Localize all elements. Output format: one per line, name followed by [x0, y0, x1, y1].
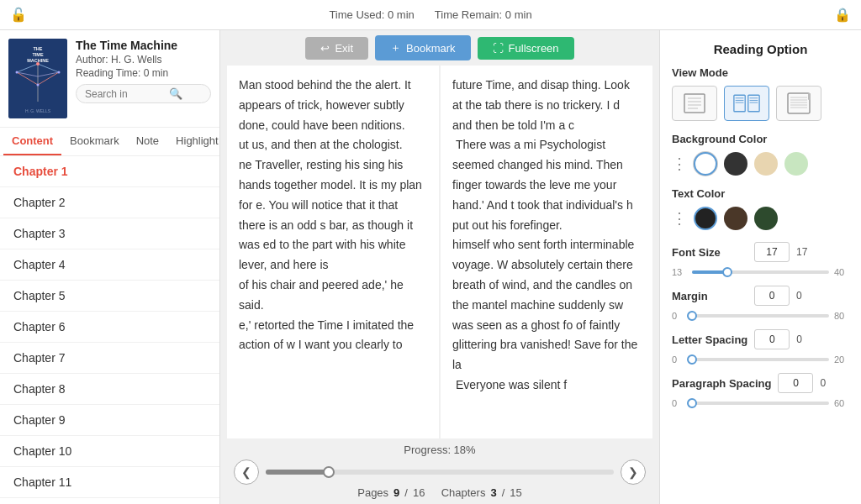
- text-color-brown[interactable]: [724, 207, 747, 230]
- list-item[interactable]: Chapter 6: [0, 312, 219, 343]
- bg-color-sepia[interactable]: [754, 152, 778, 176]
- page-text-left: Man stood behind the the alert. It appea…: [239, 78, 425, 351]
- progress-bar[interactable]: [266, 470, 614, 475]
- text-color-darkgreen[interactable]: [754, 207, 778, 230]
- letter-spacing-slider[interactable]: [692, 358, 829, 361]
- svg-point-13: [58, 71, 61, 74]
- view-mode-single[interactable]: [672, 86, 717, 121]
- chapters-label: Chapters: [441, 486, 486, 499]
- margin-slider[interactable]: [692, 314, 829, 318]
- font-size-slider-row: 13 40: [672, 267, 849, 277]
- text-color-more-icon[interactable]: ⋮: [672, 209, 687, 228]
- search-icon: 🔍: [169, 87, 182, 100]
- book-cover: THE TIME MACHINE H. G. WELLS: [8, 39, 67, 118]
- paragraph-spacing-input[interactable]: [778, 373, 813, 393]
- chapters-separator: /: [502, 486, 505, 499]
- margin-input[interactable]: [754, 286, 790, 306]
- list-item[interactable]: Chapter 12: [0, 498, 219, 504]
- letter-spacing-thumb: [687, 354, 697, 365]
- list-item[interactable]: Chapter 2: [0, 187, 219, 218]
- paragraph-spacing-max: 60: [834, 398, 849, 408]
- book-info: The Time Machine Author: H. G. Wells Rea…: [76, 39, 211, 103]
- bg-color-more-icon[interactable]: ⋮: [672, 155, 687, 173]
- bg-color-row: ⋮: [672, 152, 849, 176]
- letter-spacing-value: 0: [796, 333, 802, 345]
- margin-row: Margin 0: [672, 286, 849, 306]
- tab-highlight[interactable]: Highlight: [167, 128, 227, 155]
- chapter-list: Chapter 1 Chapter 2 Chapter 3 Chapter 4 …: [0, 156, 219, 504]
- font-size-input[interactable]: [754, 242, 790, 262]
- letter-spacing-row: Letter Spacing 0: [672, 329, 849, 349]
- view-mode-label: View Mode: [672, 66, 849, 79]
- view-mode-options: [672, 86, 849, 121]
- list-item[interactable]: Chapter 4: [0, 249, 219, 281]
- bg-color-label: Background Color: [672, 133, 849, 145]
- list-item[interactable]: Chapter 11: [0, 467, 219, 498]
- progress-controls: ❮ ❯: [234, 459, 646, 485]
- svg-rect-25: [748, 95, 759, 112]
- svg-text:THE: THE: [34, 46, 43, 51]
- svg-point-14: [37, 84, 40, 87]
- font-size-max: 40: [834, 267, 849, 277]
- letter-spacing-label: Letter Spacing: [672, 333, 747, 346]
- font-size-label: Font Size: [672, 246, 747, 259]
- progress-fill: [266, 470, 329, 475]
- list-item[interactable]: Chapter 8: [0, 374, 219, 405]
- fullscreen-button[interactable]: ⛶ Fullscreen: [478, 37, 574, 60]
- list-item[interactable]: Chapter 5: [0, 281, 219, 312]
- letter-spacing-input[interactable]: [754, 329, 790, 349]
- exit-button[interactable]: ↩ Exit: [305, 37, 368, 60]
- tab-note[interactable]: Note: [128, 128, 167, 155]
- list-item[interactable]: Chapter 7: [0, 343, 219, 374]
- progress-label: Progress: 18%: [234, 444, 646, 456]
- bg-color-white[interactable]: [694, 152, 717, 176]
- svg-rect-35: [808, 93, 811, 100]
- bookmark-icon: ＋: [390, 40, 401, 55]
- letter-spacing-min: 0: [672, 354, 687, 365]
- bg-color-green[interactable]: [784, 152, 808, 176]
- paragraph-spacing-value: 0: [820, 377, 826, 389]
- book-reading-time: Reading Time: 0 min: [76, 67, 211, 79]
- svg-point-12: [16, 71, 18, 74]
- view-mode-double[interactable]: [724, 86, 769, 121]
- svg-point-11: [36, 62, 40, 66]
- lock-icon-right: 🔒: [834, 7, 851, 23]
- content-toolbar: ↩ Exit ＋ Bookmark ⛶ Fullscreen: [220, 30, 659, 66]
- text-color-row: ⋮: [672, 207, 849, 230]
- letter-spacing-slider-row: 0 20: [672, 354, 849, 365]
- top-bar: 🔓 Time Used: 0 min Time Remain: 0 min 🔒: [0, 0, 861, 30]
- font-size-slider[interactable]: [692, 270, 829, 274]
- fullscreen-icon: ⛶: [493, 42, 504, 55]
- prev-page-button[interactable]: ❮: [234, 459, 259, 485]
- svg-text:TIME: TIME: [32, 52, 43, 57]
- paragraph-spacing-row: Paragraph Spacing 0: [672, 373, 849, 393]
- paragraph-spacing-thumb: [687, 398, 697, 408]
- next-page-button[interactable]: ❯: [621, 459, 646, 485]
- margin-value: 0: [796, 290, 802, 302]
- search-input[interactable]: [85, 88, 169, 100]
- search-box[interactable]: 🔍: [76, 84, 211, 103]
- book-header: THE TIME MACHINE H. G. WELLS: [0, 30, 219, 128]
- letter-spacing-max: 20: [834, 354, 849, 365]
- list-item[interactable]: Chapter 3: [0, 218, 219, 249]
- sidebar: THE TIME MACHINE H. G. WELLS: [0, 30, 220, 504]
- lock-icon-left: 🔓: [10, 7, 27, 23]
- bookmark-button[interactable]: ＋ Bookmark: [375, 35, 471, 60]
- text-color-black[interactable]: [694, 207, 717, 230]
- list-item[interactable]: Chapter 1: [0, 156, 219, 187]
- exit-icon: ↩: [320, 42, 330, 55]
- view-mode-scroll[interactable]: [776, 86, 821, 121]
- current-page: 9: [394, 486, 399, 499]
- font-size-value: 17: [796, 246, 807, 258]
- pages-label: Pages: [357, 486, 388, 499]
- svg-text:H. G. WELLS: H. G. WELLS: [25, 108, 51, 113]
- paragraph-spacing-slider[interactable]: [692, 402, 829, 405]
- tab-content[interactable]: Content: [3, 128, 61, 155]
- list-item[interactable]: Chapter 10: [0, 436, 219, 467]
- current-chapter: 3: [490, 486, 496, 499]
- svg-rect-29: [788, 93, 810, 113]
- tab-bookmark[interactable]: Bookmark: [61, 128, 128, 155]
- list-item[interactable]: Chapter 9: [0, 405, 219, 436]
- bg-color-dark[interactable]: [724, 152, 747, 176]
- reading-area: Man stood behind the the alert. It appea…: [220, 66, 659, 438]
